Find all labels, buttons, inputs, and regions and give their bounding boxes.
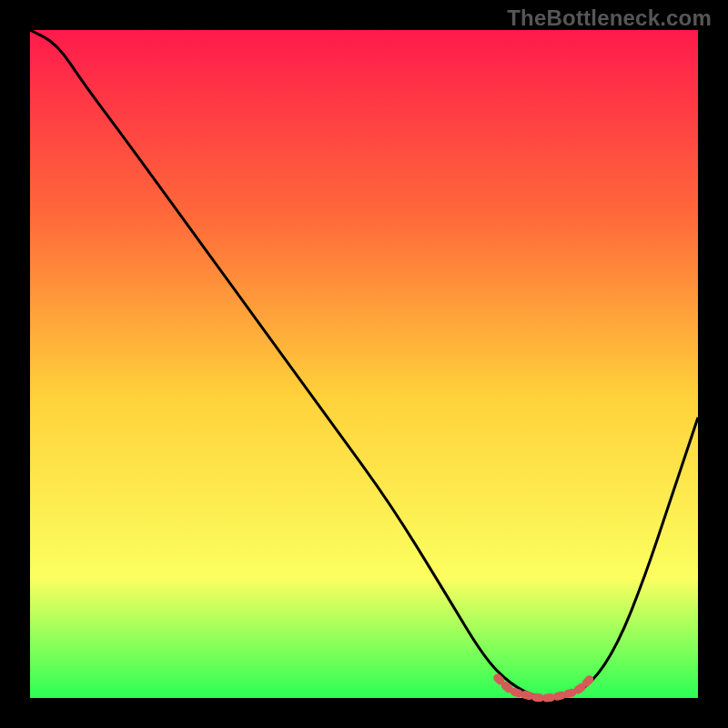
bottleneck-chart (0, 0, 728, 728)
watermark-text: TheBottleneck.com (507, 5, 712, 31)
plot-background (30, 30, 698, 698)
chart-frame: { "watermark": "TheBottleneck.com", "col… (0, 0, 728, 728)
